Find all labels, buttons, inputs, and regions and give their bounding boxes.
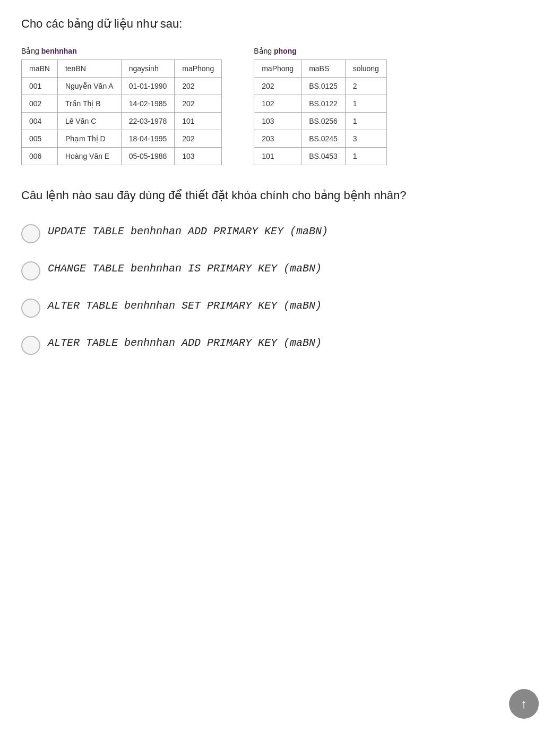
- option-text-c: ALTER TABLE benhnhan SET PRIMARY KEY (ma…: [48, 297, 322, 314]
- table-cell: 102: [254, 95, 301, 113]
- table-cell: BS.0245: [301, 130, 346, 148]
- arrow-up-icon: ↑: [521, 696, 527, 711]
- tables-section: Bảng benhnhan maBN tenBN ngaysinh maPhon…: [21, 47, 539, 165]
- radio-button-c[interactable]: [21, 299, 40, 318]
- table-cell: 005: [22, 130, 58, 148]
- table-row: 203BS.02453: [254, 130, 387, 148]
- table-row: 001Nguyễn Văn A01-01-1990202: [22, 78, 222, 95]
- table-cell: 006: [22, 148, 58, 165]
- table-cell: 002: [22, 95, 58, 113]
- table-cell: 18-04-1995: [121, 130, 175, 148]
- col-tenBN: tenBN: [57, 60, 121, 78]
- option-text-d: ALTER TABLE benhnhan ADD PRIMARY KEY (ma…: [48, 335, 322, 352]
- table-cell: 01-01-1990: [121, 78, 175, 95]
- option-text-b: CHANGE TABLE benhnhan IS PRIMARY KEY (ma…: [48, 260, 322, 277]
- table-cell: 004: [22, 113, 58, 130]
- table-row: 202BS.01252: [254, 78, 387, 95]
- table-phong-container: Bảng phong maPhong maBS soluong 202BS.01…: [254, 47, 387, 165]
- table-cell: 202: [254, 78, 301, 95]
- table-cell: 202: [175, 130, 222, 148]
- table-cell: 001: [22, 78, 58, 95]
- table-cell: Hoàng Văn E: [57, 148, 121, 165]
- col-maBN: maBN: [22, 60, 58, 78]
- table-cell: 202: [175, 95, 222, 113]
- table-benhnhan-container: Bảng benhnhan maBN tenBN ngaysinh maPhon…: [21, 47, 222, 165]
- table-cell: Phạm Thị D: [57, 130, 121, 148]
- radio-button-b[interactable]: [21, 261, 40, 280]
- table-cell: 05-05-1988: [121, 148, 175, 165]
- table-row: 102BS.01221: [254, 95, 387, 113]
- col-soluong: soluong: [345, 60, 386, 78]
- table-cell: 1: [345, 95, 386, 113]
- table-benhnhan: maBN tenBN ngaysinh maPhong 001Nguyễn Vă…: [21, 59, 222, 165]
- option-text-a: UPDATE TABLE benhnhan ADD PRIMARY KEY (m…: [48, 223, 328, 240]
- table-cell: BS.0453: [301, 148, 346, 165]
- table-cell: BS.0125: [301, 78, 346, 95]
- table-row: 101BS.04531: [254, 148, 387, 165]
- table-cell: 103: [254, 113, 301, 130]
- question-text: Câu lệnh nào sau đây dùng để thiết đặt k…: [21, 186, 539, 204]
- table-cell: 101: [175, 113, 222, 130]
- table-cell: 103: [175, 148, 222, 165]
- col-maPhong: maPhong: [175, 60, 222, 78]
- table-cell: Trần Thị B: [57, 95, 121, 113]
- table-row: 103BS.02561: [254, 113, 387, 130]
- table-row: 002Trần Thị B14-02-1985202: [22, 95, 222, 113]
- scroll-to-top-button[interactable]: ↑: [509, 689, 539, 719]
- intro-text: Cho các bảng dữ liệu như sau:: [21, 17, 539, 31]
- radio-button-d[interactable]: [21, 336, 40, 355]
- option-item-d[interactable]: ALTER TABLE benhnhan ADD PRIMARY KEY (ma…: [21, 335, 539, 355]
- table-benhnhan-label: Bảng benhnhan: [21, 47, 222, 55]
- option-item-a[interactable]: UPDATE TABLE benhnhan ADD PRIMARY KEY (m…: [21, 223, 539, 243]
- table-row: 004Lê Văn C22-03-1978101: [22, 113, 222, 130]
- option-item-b[interactable]: CHANGE TABLE benhnhan IS PRIMARY KEY (ma…: [21, 260, 539, 280]
- table-cell: 14-02-1985: [121, 95, 175, 113]
- radio-button-a[interactable]: [21, 224, 40, 243]
- table-cell: 3: [345, 130, 386, 148]
- table-cell: 1: [345, 148, 386, 165]
- table-cell: BS.0256: [301, 113, 346, 130]
- col-maBS: maBS: [301, 60, 346, 78]
- table-row: 006Hoàng Văn E05-05-1988103: [22, 148, 222, 165]
- table-row: 005Phạm Thị D18-04-1995202: [22, 130, 222, 148]
- table-cell: 1: [345, 113, 386, 130]
- options-list: UPDATE TABLE benhnhan ADD PRIMARY KEY (m…: [21, 223, 539, 372]
- table-cell: 202: [175, 78, 222, 95]
- table-cell: 101: [254, 148, 301, 165]
- table-phong-label: Bảng phong: [254, 47, 387, 55]
- table-cell: 22-03-1978: [121, 113, 175, 130]
- table-cell: Nguyễn Văn A: [57, 78, 121, 95]
- option-item-c[interactable]: ALTER TABLE benhnhan SET PRIMARY KEY (ma…: [21, 297, 539, 318]
- table-cell: Lê Văn C: [57, 113, 121, 130]
- col-ngaysinh: ngaysinh: [121, 60, 175, 78]
- col-maPhong: maPhong: [254, 60, 301, 78]
- table-cell: 203: [254, 130, 301, 148]
- table-phong: maPhong maBS soluong 202BS.01252102BS.01…: [254, 59, 387, 165]
- table-cell: 2: [345, 78, 386, 95]
- table-cell: BS.0122: [301, 95, 346, 113]
